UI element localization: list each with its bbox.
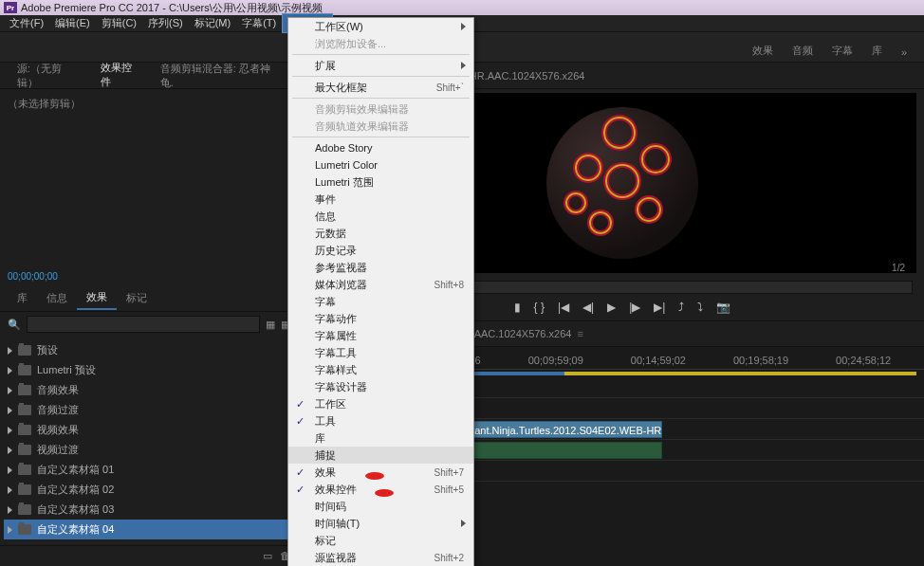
step-back-icon[interactable]: ◀|	[582, 301, 594, 314]
folder-icon	[18, 445, 31, 455]
menu-file[interactable]: 文件(F)	[4, 14, 49, 32]
tree-item[interactable]: 自定义素材箱 02	[4, 480, 294, 500]
menu-item[interactable]: Lumetri 范围	[288, 173, 473, 191]
menu-item[interactable]: 最大化框架Shift+`	[288, 79, 473, 96]
menu-item[interactable]: ✓工具	[288, 412, 473, 429]
menu-label: 字幕属性	[315, 329, 357, 343]
menu-title[interactable]: 字幕(T)	[236, 14, 282, 32]
tree-item[interactable]: 音频过渡	[4, 400, 294, 420]
menu-item[interactable]: 库	[288, 429, 473, 447]
tree-label: 音频过渡	[37, 403, 79, 417]
menu-label: 事件	[315, 192, 336, 207]
planet-graphic	[546, 107, 698, 259]
menu-item[interactable]: ✓工作区	[288, 395, 473, 412]
effects-search-input[interactable]	[27, 316, 260, 333]
menu-item[interactable]: Adobe Story	[288, 139, 473, 156]
tab-audio-mixer[interactable]: 音频剪辑混合器: 忍者神龟.	[151, 58, 290, 94]
window-menu-dropdown[interactable]: 工作区(W)浏览附加设备...扩展最大化框架Shift+`音频剪辑效果编辑器音频…	[287, 17, 474, 566]
lift-icon[interactable]: ⤴	[678, 301, 684, 314]
menu-marker[interactable]: 标记(M)	[189, 14, 237, 32]
tree-item[interactable]: Lumetri 预设	[4, 360, 294, 380]
ruler-tick: 00;14;59;02	[631, 355, 686, 366]
menu-label: Adobe Story	[315, 142, 373, 154]
expand-icon[interactable]	[8, 447, 12, 454]
tree-item[interactable]: 音频效果	[4, 380, 294, 400]
menu-sequence[interactable]: 序列(S)	[142, 14, 189, 32]
tab-effects[interactable]: 效果	[77, 286, 117, 310]
new-bin-icon[interactable]: ▭	[263, 550, 272, 562]
menu-item[interactable]: 字幕	[288, 293, 473, 310]
go-out-icon[interactable]: ▶|	[654, 301, 665, 314]
menu-item[interactable]: 字幕样式	[288, 361, 473, 378]
menu-item[interactable]: 字幕动作	[288, 310, 473, 327]
zoom-fraction[interactable]: 1/2	[892, 263, 905, 273]
menu-clip[interactable]: 剪辑(C)	[96, 14, 142, 32]
tree-label: 视频效果	[37, 423, 79, 437]
fx-badge-icon[interactable]: ▦	[266, 319, 275, 331]
menu-item[interactable]: 元数据	[288, 225, 473, 242]
menu-item[interactable]: Lumetri Color	[288, 156, 473, 173]
menu-item[interactable]: 工作区(W)	[288, 18, 473, 35]
ws-tab-audio[interactable]: 音频	[783, 40, 822, 62]
expand-icon[interactable]	[8, 506, 12, 514]
folder-icon	[18, 484, 31, 495]
check-icon: ✓	[296, 466, 305, 479]
tree-item[interactable]: 自定义素材箱 01	[4, 460, 294, 480]
tree-item[interactable]: 视频过渡	[4, 440, 294, 460]
menu-item[interactable]: 标记	[288, 532, 473, 549]
ws-tab-library[interactable]: 库	[862, 40, 892, 62]
step-fwd-icon[interactable]: |▶	[629, 301, 640, 314]
tree-item[interactable]: 自定义素材箱 04	[4, 520, 294, 539]
menu-item[interactable]: 时间码	[288, 498, 473, 515]
tab-source[interactable]: 源:（无剪辑）	[8, 58, 91, 94]
menu-item[interactable]: 媒体浏览器Shift+8	[288, 276, 473, 293]
ws-tab-more[interactable]: »	[892, 43, 916, 62]
tree-item[interactable]: 视频效果	[4, 420, 294, 440]
menu-item[interactable]: 参考监视器	[288, 259, 473, 276]
menu-item[interactable]: 事件	[288, 191, 473, 208]
menu-label: 媒体浏览器	[315, 278, 367, 292]
tree-label: Lumetri 预设	[37, 363, 96, 377]
menu-item[interactable]: 捕捉	[288, 447, 473, 464]
tab-info[interactable]: 信息	[37, 287, 77, 309]
menu-item[interactable]: 扩展	[288, 57, 473, 74]
menu-item[interactable]: 字幕设计器	[288, 378, 473, 395]
tree-item[interactable]: 预设	[4, 340, 294, 360]
menu-label: 时间码	[315, 500, 346, 514]
shortcut-label: Shift+7	[434, 467, 464, 478]
expand-icon[interactable]	[8, 486, 12, 494]
expand-icon[interactable]	[8, 427, 12, 434]
menu-item[interactable]: 历史记录	[288, 242, 473, 259]
folder-icon	[18, 385, 31, 395]
expand-icon[interactable]	[8, 387, 12, 394]
effects-tree[interactable]: 预设Lumetri 预设音频效果音频过渡视频效果视频过渡自定义素材箱 01自定义…	[0, 337, 298, 545]
ws-tab-titles[interactable]: 字幕	[822, 40, 862, 62]
menu-edit[interactable]: 编辑(E)	[49, 14, 96, 32]
extract-icon[interactable]: ⤵	[697, 301, 703, 314]
expand-icon[interactable]	[8, 407, 12, 414]
menu-item[interactable]: 字幕属性	[288, 327, 473, 344]
menu-item[interactable]: 字幕工具	[288, 344, 473, 361]
menu-item[interactable]: 时间轴(T)	[288, 515, 473, 532]
expand-icon[interactable]	[8, 526, 12, 534]
tree-item[interactable]: 自定义素材箱 03	[4, 500, 294, 520]
tab-library[interactable]: 库	[8, 287, 37, 309]
expand-icon[interactable]	[8, 347, 12, 355]
close-tab-icon[interactable]: ≡	[577, 328, 582, 339]
menu-item[interactable]: 信息	[288, 208, 473, 225]
mark-in-icon[interactable]: ▮	[514, 301, 521, 314]
menu-label: 字幕工具	[315, 346, 357, 360]
expand-icon[interactable]	[8, 466, 12, 474]
expand-icon[interactable]	[8, 367, 12, 374]
go-in-icon[interactable]: |◀	[558, 301, 569, 314]
effects-search-row: 🔍 ▦ ▦	[0, 312, 298, 337]
export-frame-icon[interactable]: 📷	[716, 301, 730, 314]
tab-markers[interactable]: 标记	[117, 287, 157, 309]
menu-item[interactable]: 源监视器Shift+2	[288, 549, 473, 566]
menu-label: 浏览附加设备...	[315, 37, 386, 51]
play-icon[interactable]: ▶	[607, 301, 616, 314]
tree-label: 自定义素材箱 03	[37, 502, 114, 517]
menu-label: 字幕动作	[315, 312, 357, 326]
ws-tab-effects[interactable]: 效果	[743, 40, 783, 62]
mark-out-icon[interactable]: { }	[534, 301, 545, 314]
